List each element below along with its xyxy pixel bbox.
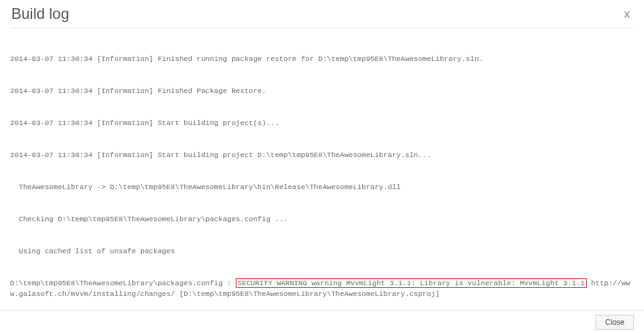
security-warning-highlight: SECURITY WARNING warning MvvmLight 3.1.1… xyxy=(236,278,587,288)
log-line: 2014-03-07 11:30:34 [Information] Start … xyxy=(10,117,631,128)
close-icon[interactable]: x xyxy=(621,8,633,21)
dialog-header: Build log x xyxy=(0,0,644,28)
log-line: Using cached list of unsafe packages xyxy=(10,246,631,256)
log-line: TheAwesomeLibrary -> D:\temp\tmp95E8\The… xyxy=(10,182,631,192)
dialog-title: Build log xyxy=(11,5,69,23)
close-button[interactable]: Close xyxy=(596,315,634,330)
log-line: Checking D:\temp\tmp95E8\TheAwesomeLibra… xyxy=(10,214,631,224)
log-line-highlighted: D:\temp\tmp95E8\TheAwesomeLibrary\packag… xyxy=(10,278,631,299)
log-line: 2014-03-07 11:30:34 [Information] Start … xyxy=(10,150,631,160)
log-text: D:\temp\tmp95E8\TheAwesomeLibrary\packag… xyxy=(10,279,236,287)
log-line: 2014-03-07 11:30:34 [Information] Finish… xyxy=(10,53,631,64)
dialog-footer: Close xyxy=(0,310,644,333)
log-scroll-area[interactable]: 2014-03-07 11:30:34 [Information] Finish… xyxy=(10,28,634,314)
log-content: 2014-03-07 11:30:34 [Information] Finish… xyxy=(10,28,634,314)
log-line: 2014-03-07 11:30:34 [Information] Finish… xyxy=(10,85,631,96)
